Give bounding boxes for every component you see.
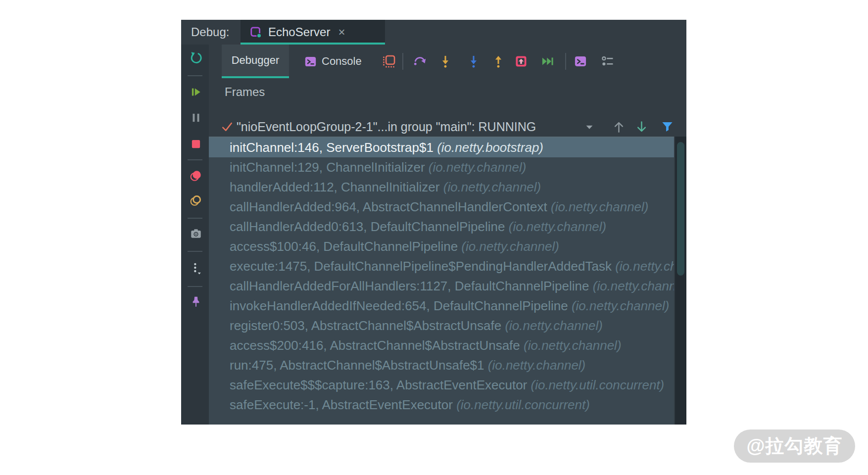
frame-location: handlerAdded:112, ChannelInitializer <box>230 180 443 194</box>
frame-package: (io.netty.bootstrap) <box>437 140 543 155</box>
debug-body: Debugger Console <box>181 45 686 425</box>
frame-package: (io.netty.util.concurrent) <box>531 378 665 392</box>
session-tab-title: EchoServer <box>268 25 330 39</box>
previous-frame-up-icon[interactable] <box>612 120 626 134</box>
force-step-into-icon[interactable] <box>467 54 481 68</box>
frames-scrollbar-thumb[interactable] <box>677 142 684 276</box>
step-over-icon[interactable] <box>413 54 427 68</box>
toolbar-separator <box>565 53 566 70</box>
frame-location: register0:503, AbstractChannel$AbstractU… <box>230 318 505 333</box>
frame-package: (io.netty.channel) <box>509 219 607 234</box>
frame-package: (io.netty.channel) <box>429 160 527 175</box>
tab-debugger[interactable]: Debugger <box>222 45 289 78</box>
debug-label: Debug: <box>191 20 229 45</box>
frame-package: (io.netty.channel) <box>443 180 541 194</box>
checkmark-icon <box>221 120 234 133</box>
frame-row[interactable]: invokeHandlerAddedIfNeeded:654, DefaultC… <box>209 296 674 316</box>
frame-package: (io.netty.channel) <box>505 318 603 333</box>
session-tab-echoserver[interactable]: EchoServer × <box>241 20 385 45</box>
view-breakpoints-icon[interactable] <box>190 169 202 182</box>
frame-row[interactable]: handlerAdded:112, ChannelInitializer (io… <box>209 177 674 197</box>
run-to-cursor-icon[interactable] <box>541 54 555 68</box>
debugger-main-area: Debugger Console <box>209 45 686 425</box>
step-into-icon[interactable] <box>438 54 452 68</box>
frame-row[interactable]: initChannel:129, ChannelInitializer (io.… <box>209 157 674 177</box>
frame-row[interactable]: access$200:416, AbstractChannel$Abstract… <box>209 335 674 355</box>
frame-package: (io.netty.channel) <box>593 279 674 293</box>
frames-panel-title: Frames <box>225 85 265 99</box>
debug-tool-window: Debug: EchoServer × <box>181 20 686 425</box>
pause-program-icon[interactable] <box>190 111 202 124</box>
screenshot-stage: Debug: EchoServer × <box>0 0 868 475</box>
toolbar-separator <box>402 53 403 70</box>
frame-location: run:475, AbstractChannel$AbstractUnsafe$… <box>230 358 488 373</box>
frames-scrollbar-track[interactable] <box>675 137 686 425</box>
filter-funnel-icon[interactable] <box>661 120 674 133</box>
resume-program-icon[interactable] <box>190 86 202 98</box>
frames-list: initChannel:146, ServerBootstrap$1 (io.n… <box>209 137 674 425</box>
thread-dump-camera-icon[interactable] <box>190 227 202 240</box>
frame-row[interactable]: safeExecute:-1, AbstractEventExecutor (i… <box>209 395 674 415</box>
thread-selector-row: "nioEventLoopGroup-2-1"...in group "main… <box>209 117 686 137</box>
frame-location: safeExecute$$$capture:163, AbstractEvent… <box>230 378 531 392</box>
close-icon[interactable]: × <box>338 26 345 38</box>
frame-location: safeExecute:-1, AbstractEventExecutor <box>230 397 456 412</box>
stop-icon[interactable] <box>190 138 202 150</box>
chevron-down-icon[interactable] <box>584 122 595 133</box>
frame-row[interactable]: callHandlerAddedForAllHandlers:1127, Def… <box>209 276 674 296</box>
frame-package: (io.netty.channel) <box>615 259 674 274</box>
frame-row-partial[interactable] <box>209 415 674 425</box>
run-configuration-icon <box>249 26 262 39</box>
debug-header: Debug: EchoServer × <box>181 20 686 45</box>
frame-row[interactable]: initChannel:146, ServerBootstrap$1 (io.n… <box>209 138 674 157</box>
frame-package: (io.netty.util.concurrent) <box>456 397 590 412</box>
tab-console[interactable]: Console <box>304 45 369 78</box>
watermark-text: @拉勾教育 <box>746 433 842 459</box>
toolbar-separator <box>188 159 202 160</box>
frame-location: initChannel:129, ChannelInitializer <box>230 160 429 175</box>
next-frame-down-icon[interactable] <box>635 120 648 134</box>
drop-frame-icon[interactable] <box>514 54 528 68</box>
frame-row[interactable]: callHandlerAdded:964, AbstractChannelHan… <box>209 197 674 217</box>
frame-location: invokeHandlerAddedIfNeeded:654, DefaultC… <box>230 298 572 313</box>
frame-row[interactable]: access$100:46, DefaultChannelPipeline (i… <box>209 237 674 256</box>
frame-package: (io.netty.channel) <box>461 239 559 254</box>
frame-location: callHandlerAdded:964, AbstractChannelHan… <box>230 199 551 214</box>
frame-location: callHandlerAddedForAllHandlers:1127, Def… <box>230 279 593 293</box>
show-execution-point-icon[interactable] <box>382 54 396 68</box>
toolbar-separator <box>188 75 202 76</box>
tab-console-label: Console <box>322 55 362 68</box>
frame-row[interactable]: register0:503, AbstractChannel$AbstractU… <box>209 316 674 335</box>
frame-location: execute:1475, DefaultChannelPipeline$Pen… <box>230 259 615 274</box>
pin-tab-icon[interactable] <box>190 295 202 308</box>
view-options-icon[interactable] <box>601 54 615 68</box>
watermark-badge: @拉勾教育 <box>734 429 855 463</box>
debug-session-toolbar: Debugger Console <box>209 45 686 78</box>
toolbar-separator <box>188 218 202 219</box>
frame-location: initChannel:146, ServerBootstrap$1 <box>230 140 437 155</box>
frame-package: (io.netty.channel) <box>524 338 622 353</box>
frame-row[interactable]: callHandlerAdded0:613, DefaultChannelPip… <box>209 217 674 237</box>
frame-location: callHandlerAdded0:613, DefaultChannelPip… <box>230 219 509 234</box>
mute-breakpoints-icon[interactable] <box>190 194 202 207</box>
evaluate-expression-icon[interactable] <box>574 54 587 68</box>
step-out-icon[interactable] <box>491 54 505 68</box>
rerun-debug-icon[interactable] <box>190 51 202 64</box>
toolbar-separator <box>188 251 202 252</box>
frame-row[interactable]: safeExecute$$$capture:163, AbstractEvent… <box>209 375 674 395</box>
console-icon <box>304 55 317 68</box>
debug-left-toolbar <box>181 45 209 425</box>
frame-package: (io.netty.channel) <box>551 199 649 214</box>
frame-row[interactable]: execute:1475, DefaultChannelPipeline$Pen… <box>209 256 674 276</box>
toolbar-separator <box>188 286 202 287</box>
thread-selector[interactable]: "nioEventLoopGroup-2-1"...in group "main… <box>237 117 536 137</box>
more-options-icon[interactable] <box>190 262 202 275</box>
frame-location: access$100:46, DefaultChannelPipeline <box>230 239 461 254</box>
frame-location: access$200:416, AbstractChannel$Abstract… <box>230 338 524 353</box>
frame-row[interactable]: run:475, AbstractChannel$AbstractUnsafe$… <box>209 355 674 375</box>
frame-package: (io.netty.channel) <box>488 358 586 373</box>
frame-package: (io.netty.channel) <box>572 298 670 313</box>
